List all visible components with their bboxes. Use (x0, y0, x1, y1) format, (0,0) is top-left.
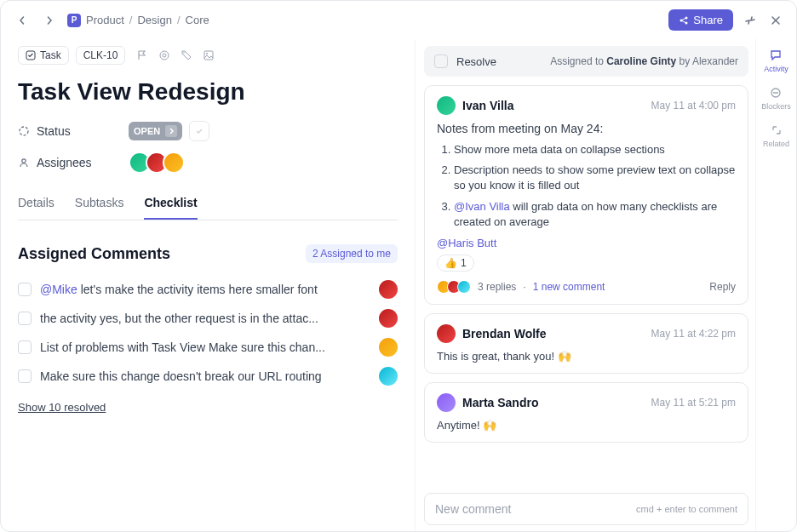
flag-icon[interactable] (135, 49, 149, 62)
comment-thread: Brendan WolfeMay 11 at 4:22 pmThis is gr… (424, 313, 748, 374)
comment-composer[interactable]: cmd + enter to comment (424, 493, 748, 525)
avatar (437, 393, 456, 412)
reply-button[interactable]: Reply (709, 281, 736, 293)
comment-checkbox[interactable] (18, 283, 32, 296)
avatar (437, 96, 456, 115)
task-icon (26, 50, 36, 60)
avatar (379, 309, 398, 328)
svg-point-6 (184, 52, 186, 54)
comment-text: @Mike let's make the activity items here… (40, 283, 370, 296)
assignee-avatars[interactable] (129, 152, 185, 174)
person-icon (18, 157, 30, 169)
blocker-icon (768, 85, 783, 100)
tab-details[interactable]: Details (18, 187, 54, 220)
comment-thread: Ivan VillaMay 11 at 4:00 pmNotes from me… (424, 85, 748, 305)
assigned-comments-heading: Assigned Comments (18, 245, 170, 263)
comment-text: List of problems with Task View Make sur… (40, 340, 370, 354)
avatar (379, 338, 398, 357)
complete-button[interactable] (189, 121, 209, 141)
comment-author: Ivan Villa (462, 99, 513, 112)
avatar (379, 280, 398, 299)
nav-back-button[interactable] (13, 11, 32, 30)
comment-time: May 11 at 4:00 pm (651, 100, 736, 112)
comment-icon (768, 48, 783, 63)
assigned-count-badge: 2 Assigned to me (306, 244, 398, 263)
breadcrumb[interactable]: P Product/ Design/ Core (67, 14, 209, 27)
task-id-pill[interactable]: CLK-10 (76, 46, 126, 65)
resolve-checkbox[interactable] (434, 54, 448, 68)
avatar (379, 367, 398, 386)
minimize-button[interactable] (742, 12, 759, 29)
composer-hint: cmd + enter to comment (636, 504, 737, 514)
tabs: Details Subtasks Checklist (18, 187, 398, 220)
comment-row[interactable]: Make sure this change doesn't break our … (18, 362, 398, 391)
related-icon (769, 123, 784, 138)
comment-time: May 11 at 4:22 pm (651, 328, 736, 340)
tab-checklist[interactable]: Checklist (144, 187, 197, 220)
status-next-icon (165, 125, 177, 137)
right-rail: Activity Blockers Related (755, 39, 796, 532)
comment-input[interactable] (435, 502, 636, 516)
resolve-label: Resolve (456, 55, 496, 68)
task-title: Task View Redesign (18, 78, 398, 106)
tag-icon[interactable] (180, 49, 193, 62)
nav-forward-button[interactable] (40, 11, 59, 30)
svg-rect-7 (204, 51, 213, 60)
mention[interactable]: @Haris Butt (437, 237, 496, 249)
comment-thread: Marta SandroMay 11 at 5:21 pmAnytime! 🙌 (424, 382, 748, 443)
comment-checkbox[interactable] (18, 369, 32, 383)
status-icon (18, 125, 30, 137)
status-value[interactable]: OPEN (129, 122, 182, 140)
workspace-icon: P (67, 14, 81, 27)
svg-point-4 (160, 51, 169, 60)
comment-row[interactable]: the activity yes, but the other request … (18, 304, 398, 333)
comment-row[interactable]: List of problems with Task View Make sur… (18, 333, 398, 362)
svg-point-8 (206, 53, 208, 54)
comment-checkbox[interactable] (18, 340, 32, 354)
rail-activity[interactable]: Activity (764, 48, 788, 73)
comment-row[interactable]: @Mike let's make the activity items here… (18, 275, 398, 304)
rail-blockers[interactable]: Blockers (761, 85, 791, 111)
comment-author: Brendan Wolfe (462, 327, 547, 340)
avatar (163, 152, 185, 174)
task-type-pill[interactable]: Task (18, 46, 69, 65)
avatar (437, 324, 456, 343)
comment-text: the activity yes, but the other request … (40, 312, 370, 325)
svg-point-10 (22, 159, 26, 163)
resolve-bar: Resolve Assigned to Caroline Ginty by Al… (424, 46, 748, 77)
comment-checkbox[interactable] (18, 312, 32, 325)
tab-subtasks[interactable]: Subtasks (75, 187, 124, 220)
share-button[interactable]: Share (668, 9, 733, 31)
rail-related[interactable]: Related (763, 123, 789, 148)
share-icon (679, 15, 689, 26)
status-label: Status (18, 124, 129, 138)
comment-text: Make sure this change doesn't break our … (40, 369, 370, 383)
comment-time: May 11 at 5:21 pm (651, 397, 736, 409)
svg-point-9 (20, 127, 28, 135)
svg-point-5 (163, 54, 166, 57)
close-button[interactable] (767, 12, 784, 29)
assignees-label: Assignees (18, 156, 129, 169)
target-icon[interactable] (158, 49, 171, 62)
show-resolved-link[interactable]: Show 10 resolved (18, 401, 106, 414)
resolve-assigned-text: Assigned to Caroline Ginty by Alexander (550, 55, 738, 67)
reaction-button[interactable]: 👍 1 (437, 255, 474, 272)
image-icon[interactable] (202, 49, 215, 62)
comment-author: Marta Sandro (462, 396, 538, 409)
